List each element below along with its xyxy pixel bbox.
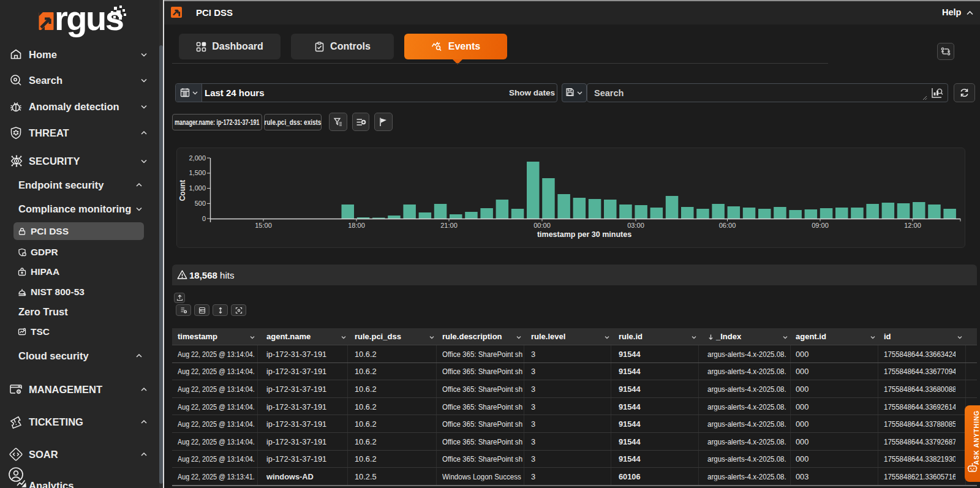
svg-text:500: 500 (195, 200, 206, 207)
svg-text:0: 0 (202, 215, 206, 222)
svg-text:timestamp per 30 minutes: timestamp per 30 minutes (537, 230, 631, 239)
svg-text:00:00: 00:00 (533, 222, 551, 229)
svg-text:03:00: 03:00 (627, 222, 644, 229)
svg-text:12:00: 12:00 (904, 222, 921, 229)
svg-text:15:00: 15:00 (255, 222, 272, 229)
svg-text:21:00: 21:00 (440, 222, 458, 229)
svg-text:09:00: 09:00 (812, 222, 829, 229)
svg-text:Count: Count (178, 180, 187, 201)
svg-text:2,000: 2,000 (189, 154, 206, 162)
svg-text:rgus: rgus (55, 3, 123, 37)
svg-text:18:00: 18:00 (348, 222, 365, 229)
svg-text:1,000: 1,000 (189, 184, 206, 192)
svg-text:06:00: 06:00 (719, 222, 736, 229)
svg-text:1,500: 1,500 (189, 169, 206, 176)
